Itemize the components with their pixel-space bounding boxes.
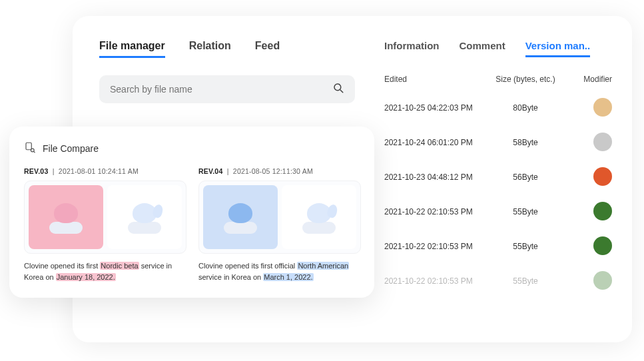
svg-rect-2: [26, 143, 31, 150]
thumb-left-2: [107, 185, 182, 249]
tab-file-manager[interactable]: File manager: [99, 40, 165, 58]
tab-feed[interactable]: Feed: [255, 40, 280, 58]
version-size: 55Byte: [492, 276, 559, 286]
version-row[interactable]: 2021-10-22 02:10:53 PM55Byte: [384, 194, 612, 229]
tab-information[interactable]: Information: [384, 40, 440, 57]
thumb-left-1: [29, 185, 103, 249]
version-edited: 2021-10-25 04:22:03 PM: [384, 103, 492, 113]
file-compare-icon: [24, 141, 36, 155]
search-input[interactable]: [110, 84, 332, 95]
diff-text-left: Clovine opened its first Nordic beta ser…: [24, 260, 186, 283]
svg-point-0: [334, 84, 341, 91]
avatar: [593, 236, 612, 255]
tab-relation[interactable]: Relation: [189, 40, 231, 58]
version-modifier: [559, 202, 612, 222]
search-bar[interactable]: [99, 75, 355, 103]
version-modifier: [559, 133, 612, 153]
version-edited: 2021-10-22 02:10:53 PM: [384, 207, 492, 216]
thumb-right-1: [203, 185, 278, 249]
version-row[interactable]: 2021-10-25 04:22:03 PM80Byte: [384, 91, 612, 125]
avatar: [593, 167, 612, 186]
right-tabs: Information Comment Version man..: [384, 40, 612, 57]
version-edited: 2021-10-22 02:10:53 PM: [384, 276, 492, 286]
version-row[interactable]: 2021-10-22 02:10:53 PM55Byte: [384, 229, 612, 264]
version-edited: 2021-10-23 04:48:12 PM: [384, 173, 492, 182]
col-header-size: Size (bytes, etc.): [492, 75, 559, 84]
avatar: [593, 98, 612, 117]
version-rows: 2021-10-25 04:22:03 PM80Byte2021-10-24 0…: [384, 91, 612, 298]
left-tabs: File manager Relation Feed: [99, 40, 355, 58]
file-compare-card: File Compare REV.03 | 2021-08-01 10:24:1…: [9, 127, 374, 298]
svg-line-4: [34, 151, 35, 153]
version-size: 56Byte: [492, 173, 559, 182]
version-size: 55Byte: [492, 207, 559, 216]
version-row[interactable]: 2021-10-24 06:01:20 PM58Byte: [384, 125, 612, 160]
thumb-box-right: [198, 180, 361, 254]
rev-line-right: REV.04 | 2021-08-05 12:11:30 AM: [198, 167, 361, 175]
version-edited: 2021-10-24 06:01:20 PM: [384, 138, 492, 147]
diff-text-right: Clovine opened its first official North …: [198, 260, 361, 283]
svg-point-3: [31, 149, 34, 152]
right-column: Information Comment Version man.. Edited…: [374, 16, 632, 342]
tab-version-management[interactable]: Version man..: [525, 40, 591, 57]
thumb-box-left: [24, 180, 186, 254]
compare-right: REV.04 | 2021-08-05 12:11:30 AM Clovine …: [198, 167, 361, 283]
version-size: 80Byte: [492, 103, 559, 113]
version-modifier: [559, 236, 612, 257]
svg-line-1: [340, 90, 343, 93]
search-icon[interactable]: [332, 82, 344, 97]
version-modifier: [559, 98, 612, 119]
col-header-modifier: Modifier: [559, 75, 612, 84]
avatar: [593, 271, 612, 290]
version-modifier: [559, 167, 612, 188]
rev-line-left: REV.03 | 2021-08-01 10:24:11 AM: [24, 167, 186, 175]
thumb-right-2: [282, 185, 356, 249]
version-edited: 2021-10-22 02:10:53 PM: [384, 242, 492, 251]
version-row[interactable]: 2021-10-23 04:48:12 PM56Byte: [384, 160, 612, 194]
tab-comment[interactable]: Comment: [460, 40, 505, 57]
version-size: 55Byte: [492, 242, 559, 251]
col-header-edited: Edited: [384, 75, 492, 84]
version-modifier: [559, 271, 612, 292]
avatar: [593, 202, 612, 220]
file-compare-title: File Compare: [24, 141, 361, 155]
version-row[interactable]: 2021-10-22 02:10:53 PM55Byte: [384, 264, 612, 298]
version-size: 58Byte: [492, 138, 559, 147]
compare-left: REV.03 | 2021-08-01 10:24:11 AM Clovine …: [24, 167, 186, 283]
version-header: Edited Size (bytes, etc.) Modifier: [384, 75, 612, 84]
file-compare-label: File Compare: [43, 143, 99, 154]
avatar: [593, 133, 612, 151]
